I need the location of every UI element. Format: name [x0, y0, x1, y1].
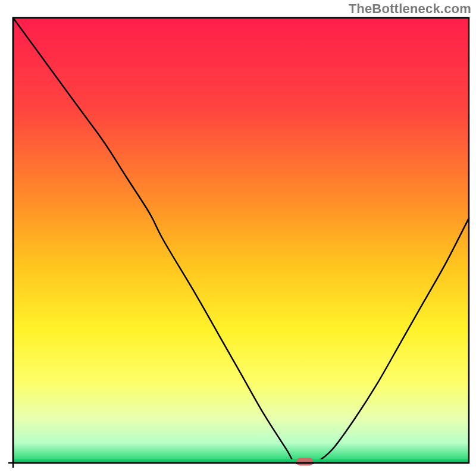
watermark-text: TheBottleneck.com — [349, 1, 471, 17]
bottleneck-chart — [0, 0, 476, 476]
gradient-background — [13, 18, 469, 463]
chart-container: TheBottleneck.com — [0, 0, 476, 476]
optimum-marker — [296, 458, 313, 466]
